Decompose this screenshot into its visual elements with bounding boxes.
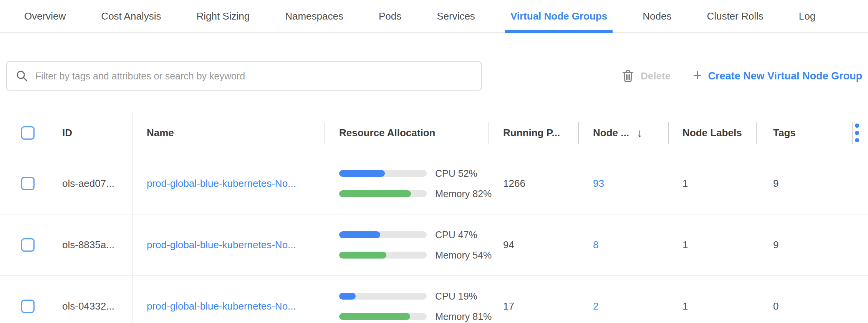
top-tab-bar: Overview Cost Analysis Right Sizing Name…: [0, 0, 868, 33]
memory-bar: [339, 190, 427, 197]
column-header-running-pods[interactable]: Running P...: [489, 113, 578, 153]
column-divider: [852, 122, 853, 144]
column-divider: [578, 122, 579, 144]
tab-virtual-node-groups[interactable]: Virtual Node Groups: [505, 0, 613, 32]
delete-button[interactable]: Delete: [621, 69, 671, 83]
column-header-resource-allocation[interactable]: Resource Allocation: [325, 113, 489, 153]
tags-count: 0: [773, 300, 779, 312]
column-divider: [668, 122, 669, 144]
node-group-name-link[interactable]: prod-global-blue-kubernetes-No...: [147, 300, 296, 312]
memory-label: Memory 81%: [435, 311, 492, 322]
cpu-label: CPU 19%: [435, 291, 477, 302]
node-group-name-link[interactable]: prod-global-blue-kubernetes-No...: [147, 178, 296, 190]
tab-cost-analysis[interactable]: Cost Analysis: [96, 0, 166, 32]
tags-count: 9: [773, 239, 779, 251]
resource-allocation-cell: CPU 47% Memory 54%: [325, 214, 489, 275]
row-id: ols-8835a...: [62, 239, 114, 251]
memory-label: Memory 82%: [435, 188, 492, 199]
select-all-checkbox[interactable]: [21, 126, 35, 140]
search-icon: [15, 69, 28, 82]
tab-namespaces[interactable]: Namespaces: [280, 0, 349, 32]
column-header-name[interactable]: Name: [133, 113, 325, 153]
cpu-bar: [339, 293, 427, 300]
memory-label: Memory 54%: [435, 250, 492, 261]
row-checkbox[interactable]: [21, 300, 35, 313]
search-input[interactable]: [35, 71, 472, 82]
cpu-label: CPU 52%: [435, 168, 477, 179]
column-header-nodes[interactable]: Node ... ↓: [578, 113, 668, 153]
table-row: ols-aed07... prod-global-blue-kubernetes…: [0, 153, 868, 214]
column-header-id[interactable]: ID: [50, 113, 133, 153]
row-checkbox[interactable]: [21, 177, 35, 190]
plus-icon: +: [693, 68, 702, 83]
node-count-link[interactable]: 2: [593, 300, 598, 312]
tab-log[interactable]: Log: [793, 0, 821, 32]
resource-allocation-cell: CPU 19% Memory 81%: [325, 276, 489, 323]
table-row: ols-8835a... prod-global-blue-kubernetes…: [0, 214, 868, 275]
row-id: ols-04332...: [62, 300, 114, 312]
tab-pods[interactable]: Pods: [373, 0, 407, 32]
tab-overview[interactable]: Overview: [19, 0, 71, 32]
tags-count: 9: [773, 178, 779, 190]
node-count-link[interactable]: 8: [593, 239, 598, 251]
column-divider: [325, 122, 325, 144]
node-labels-count: 1: [682, 178, 688, 190]
tab-cluster-rolls[interactable]: Cluster Rolls: [701, 0, 769, 32]
column-divider: [756, 122, 757, 144]
trash-icon: [621, 69, 635, 83]
create-button-label: Create New Virtual Node Group: [708, 70, 862, 82]
row-id: ols-aed07...: [62, 178, 114, 190]
column-divider: [489, 122, 489, 144]
filter-search-box: [6, 61, 482, 91]
cpu-bar: [339, 231, 427, 238]
memory-bar: [339, 252, 427, 259]
running-pods-count: 94: [503, 239, 514, 251]
row-checkbox[interactable]: [21, 238, 35, 252]
tab-right-sizing[interactable]: Right Sizing: [191, 0, 255, 32]
table-header-row: ID Name Resource Allocation Running P...…: [0, 113, 868, 153]
running-pods-count: 1266: [503, 178, 525, 190]
node-count-link[interactable]: 93: [593, 178, 604, 190]
cpu-label: CPU 47%: [435, 229, 477, 241]
table-row: ols-04332... prod-global-blue-kubernetes…: [0, 275, 868, 323]
node-labels-count: 1: [682, 300, 688, 312]
tab-nodes[interactable]: Nodes: [637, 0, 677, 32]
virtual-node-groups-table: ID Name Resource Allocation Running P...…: [0, 113, 868, 323]
node-group-name-link[interactable]: prod-global-blue-kubernetes-No...: [147, 239, 296, 251]
node-labels-count: 1: [682, 239, 688, 251]
create-virtual-node-group-button[interactable]: + Create New Virtual Node Group: [693, 68, 862, 84]
virtual-node-groups-page: Overview Cost Analysis Right Sizing Name…: [0, 0, 868, 323]
memory-bar: [339, 313, 427, 320]
toolbar-actions: Delete + Create New Virtual Node Group: [621, 61, 862, 91]
running-pods-count: 17: [503, 300, 514, 312]
kebab-menu-icon[interactable]: [855, 124, 859, 142]
column-header-tags[interactable]: Tags: [756, 113, 837, 153]
tab-services[interactable]: Services: [431, 0, 480, 32]
column-header-node-labels[interactable]: Node Labels: [668, 113, 756, 153]
resource-allocation-cell: CPU 52% Memory 82%: [325, 153, 489, 214]
delete-button-label: Delete: [641, 70, 671, 82]
cpu-bar: [339, 170, 427, 177]
sort-descending-icon[interactable]: ↓: [637, 127, 643, 140]
